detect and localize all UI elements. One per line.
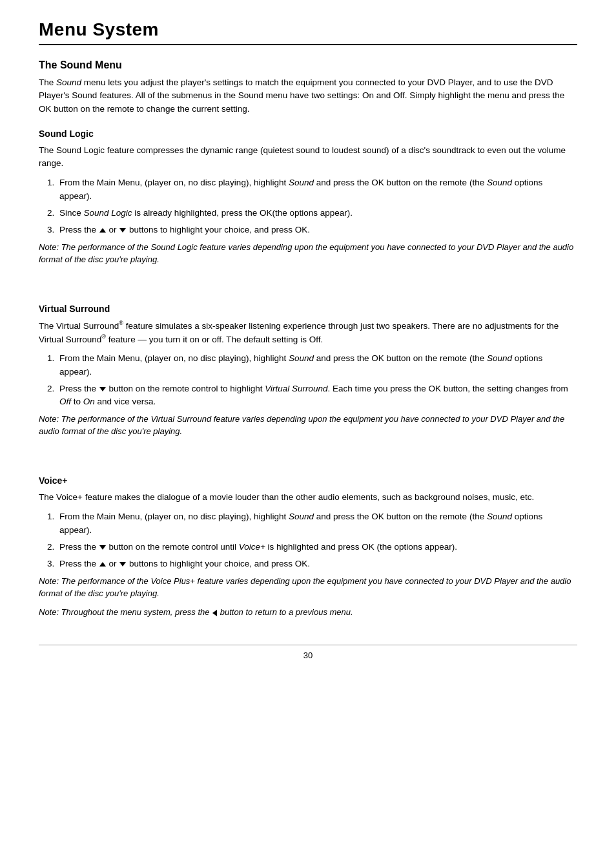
voice-plus-note: Note: The performance of the Voice Plus+…: [39, 576, 577, 600]
virtual-surround-title: Virtual Surround: [39, 304, 577, 314]
title-divider: [39, 44, 577, 45]
voice-plus-section: Voice+ The Voice+ feature makes the dial…: [39, 475, 577, 619]
virtual-surround-step-1: From the Main Menu, (player on, no disc …: [57, 352, 577, 379]
sound-logic-description: The Sound Logic feature compresses the d…: [39, 144, 577, 171]
footer-divider: [39, 645, 577, 645]
arrow-up-icon-2: [99, 562, 106, 567]
arrow-up-icon: [99, 228, 106, 233]
menu-system-note: Note: Throughout the menu system, press …: [39, 607, 577, 619]
sound-menu-intro: The Sound menu lets you adjust the playe…: [39, 76, 577, 116]
virtual-surround-steps: From the Main Menu, (player on, no disc …: [57, 352, 577, 408]
virtual-surround-section: Virtual Surround The Virtual Surround® f…: [39, 304, 577, 438]
sound-logic-title: Sound Logic: [39, 129, 577, 139]
page-title: Menu System: [39, 19, 577, 40]
sound-menu-section: The Sound Menu The Sound menu lets you a…: [39, 59, 577, 619]
virtual-surround-note: Note: The performance of the Virtual Sur…: [39, 413, 577, 438]
sound-menu-title: The Sound Menu: [39, 59, 577, 71]
voice-plus-step-2: Press the button on the remote control u…: [57, 541, 577, 554]
sound-logic-step-3: Press the or buttons to highlight your c…: [57, 224, 577, 236]
sound-logic-steps: From the Main Menu, (player on, no disc …: [57, 176, 577, 236]
voice-plus-steps: From the Main Menu, (player on, no disc …: [57, 510, 577, 570]
arrow-down-icon-2: [99, 387, 106, 391]
voice-plus-title: Voice+: [39, 475, 577, 486]
sound-logic-step-1: From the Main Menu, (player on, no disc …: [57, 176, 577, 203]
voice-plus-step-3: Press the or buttons to highlight your c…: [57, 557, 577, 570]
virtual-surround-step-2: Press the button on the remote control t…: [57, 382, 577, 409]
arrow-left-icon: [212, 610, 217, 616]
sound-logic-step-2: Since Sound Logic is already highlighted…: [57, 207, 577, 220]
virtual-surround-description: The Virtual Surround® feature simulates …: [39, 319, 577, 346]
voice-plus-description: The Voice+ feature makes the dialogue of…: [39, 491, 577, 504]
arrow-down-icon-4: [119, 562, 126, 567]
page-number: 30: [39, 650, 577, 660]
sound-logic-section: Sound Logic The Sound Logic feature comp…: [39, 129, 577, 266]
arrow-down-icon: [119, 228, 126, 233]
arrow-down-icon-3: [99, 545, 106, 550]
voice-plus-step-1: From the Main Menu, (player on, no disc …: [57, 510, 577, 537]
sound-logic-note: Note: The performance of the Sound Logic…: [39, 242, 577, 266]
